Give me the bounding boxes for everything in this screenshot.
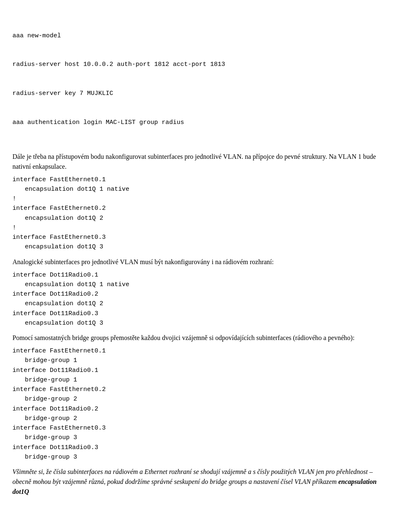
code-line: encapsulation dot1Q 2 bbox=[12, 214, 386, 223]
code-line: encapsulation dot1Q 3 bbox=[12, 242, 386, 252]
code-line: ! bbox=[12, 194, 386, 204]
code-line: encapsulation dot1Q 1 native bbox=[12, 280, 386, 289]
code-line: bridge-group 2 bbox=[12, 394, 386, 404]
code-line: ! bbox=[12, 223, 386, 233]
code-block-fastethernet: interface FastEthernet0.1encapsulation d… bbox=[12, 175, 386, 252]
code-line: bridge-group 2 bbox=[12, 414, 386, 423]
code-line: bridge-group 3 bbox=[12, 433, 386, 442]
code-line: interface Dot11Radio0.3 bbox=[12, 309, 386, 318]
code-block-bridge: interface FastEthernet0.1bridge-group 1i… bbox=[12, 346, 386, 462]
code-line: bridge-group 1 bbox=[12, 375, 386, 385]
code-line: interface FastEthernet0.3 bbox=[12, 423, 386, 433]
code-line: interface FastEthernet0.2 bbox=[12, 204, 386, 213]
prose-4-text: Všimněte si, že čísla subinterfaces na r… bbox=[12, 468, 373, 485]
code-line: interface FastEthernet0.3 bbox=[12, 233, 386, 242]
prose-1: Dále je třeba na přístupovém bodu nakonf… bbox=[12, 152, 386, 172]
code-line: interface FastEthernet0.2 bbox=[12, 385, 386, 394]
code-line: bridge-group 1 bbox=[12, 356, 386, 365]
code-line: interface Dot11Radio0.2 bbox=[12, 289, 386, 299]
code-line: encapsulation dot1Q 1 native bbox=[12, 185, 386, 194]
prose-2: Analogické subinterfaces pro jednotlivé … bbox=[12, 257, 386, 267]
code-line: aaa new-model bbox=[12, 31, 386, 41]
code-section-4: interface FastEthernet0.1bridge-group 1i… bbox=[12, 346, 386, 462]
code-section-2: interface FastEthernet0.1encapsulation d… bbox=[12, 175, 386, 252]
code-line: interface Dot11Radio0.1 bbox=[12, 270, 386, 280]
code-line: encapsulation dot1Q 2 bbox=[12, 299, 386, 309]
code-line: interface Dot11Radio0.2 bbox=[12, 404, 386, 414]
code-line: radius-server host 10.0.0.2 auth-port 18… bbox=[12, 60, 386, 69]
code-line: encapsulation dot1Q 3 bbox=[12, 318, 386, 328]
code-line: interface FastEthernet0.1 bbox=[12, 346, 386, 356]
code-line: interface Dot11Radio0.1 bbox=[12, 366, 386, 375]
prose-4: Všimněte si, že čísla subinterfaces na r… bbox=[12, 467, 386, 497]
code-section-3: interface Dot11Radio0.1encapsulation dot… bbox=[12, 270, 386, 328]
code-line: interface FastEthernet0.1 bbox=[12, 175, 386, 185]
code-line: aaa authentication login MAC-LIST group … bbox=[12, 118, 386, 127]
code-line: bridge-group 3 bbox=[12, 452, 386, 462]
code-section-1: aaa new-model radius-server host 10.0.0.… bbox=[12, 12, 386, 147]
prose-3: Pomocí samostatných bridge groups přemos… bbox=[12, 333, 386, 343]
code-line: radius-server key 7 MUJKLIC bbox=[12, 89, 386, 98]
code-line: interface Dot11Radio0.3 bbox=[12, 443, 386, 452]
code-block-dot11radio: interface Dot11Radio0.1encapsulation dot… bbox=[12, 270, 386, 328]
code-block-aaa: aaa new-model radius-server host 10.0.0.… bbox=[12, 12, 386, 147]
